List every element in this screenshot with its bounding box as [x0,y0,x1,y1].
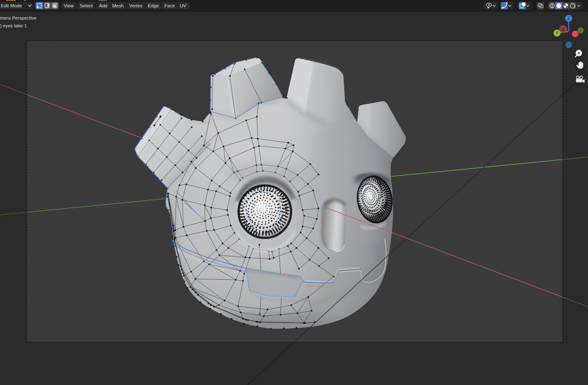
svg-text:Y: Y [556,31,559,35]
svg-text:Z: Z [568,16,570,21]
svg-text:) eyes take 1: ) eyes take 1 [0,23,27,28]
svg-text:mera Perspective: mera Perspective [0,15,36,20]
svg-text:X: X [562,27,565,32]
